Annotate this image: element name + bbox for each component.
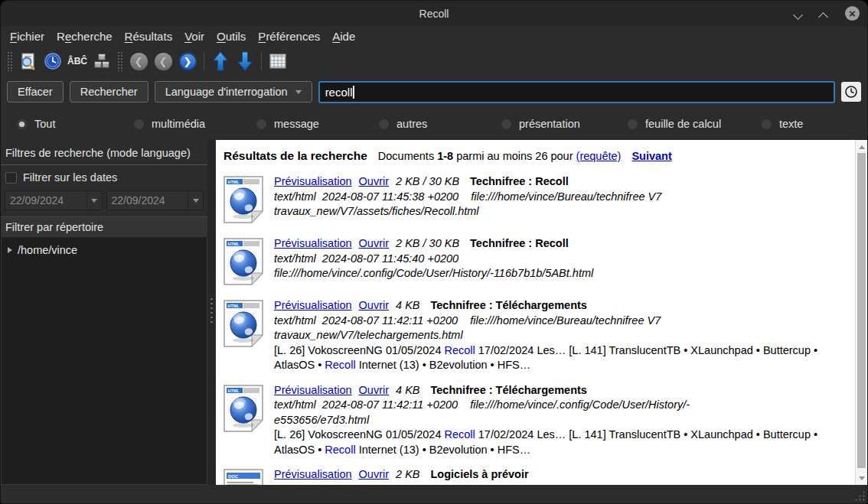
sort-parameters-icon[interactable]: [90, 50, 114, 73]
open-link[interactable]: Ouvrir: [359, 299, 389, 311]
result-meta: file:///home/vince/.config/Code/User/His…: [274, 266, 852, 281]
toolbar-drag-handle[interactable]: [117, 51, 123, 71]
next-page-link[interactable]: Suivant: [631, 150, 671, 162]
clear-button[interactable]: Effacer: [7, 81, 64, 102]
checkbox-icon[interactable]: [5, 172, 17, 184]
result-title: Technifree : Recoll: [470, 237, 569, 249]
result-size: 2 KB: [396, 468, 419, 480]
minimize-icon[interactable]: [795, 9, 803, 18]
preview-link[interactable]: Prévisualisation: [274, 175, 352, 187]
result-meta: e553656/e7d3.html: [274, 413, 852, 428]
menu-aide[interactable]: Aide: [326, 28, 361, 44]
radio-dot: [256, 119, 267, 130]
radio-dot: [16, 119, 28, 130]
table-view-icon[interactable]: [266, 50, 290, 73]
date-filter-checkbox-row[interactable]: Filtrer sur les dates: [1, 165, 207, 188]
radio-dot: [627, 119, 638, 130]
query-link[interactable]: (requête): [576, 150, 622, 162]
result-title: Technifree : Téléchargements: [430, 299, 586, 311]
date-to-dropdown[interactable]: 22/09/2024: [106, 190, 204, 210]
radio-dot: [378, 119, 390, 130]
result-meta: text/html 2024-08-07 11:42:11 +0200 file…: [274, 314, 852, 329]
preview-link[interactable]: Prévisualisation: [274, 237, 352, 249]
radio-1[interactable]: multimédia: [133, 118, 256, 130]
chevron-down-icon: [295, 90, 302, 94]
result-row: PrévisualisationOuvrir2 KBLogiciels à pr…: [224, 467, 852, 485]
scroll-down-icon[interactable]: [233, 50, 257, 73]
result-title: Technifree : Téléchargements: [430, 384, 586, 396]
date-from-dropdown[interactable]: 22/09/2024: [5, 190, 103, 210]
radio-3[interactable]: autres: [378, 118, 501, 130]
menu-outils[interactable]: Outils: [210, 28, 252, 44]
result-snippet: [L. 26] VokoscreenNG 01/05/2024 Recoll 1…: [274, 428, 852, 457]
menu-resultats[interactable]: Résultats: [119, 28, 179, 44]
scrollbar-thumb[interactable]: [857, 153, 866, 468]
search-button[interactable]: Rechercher: [70, 81, 148, 102]
term-explorer-icon[interactable]: ÂBĈ: [65, 50, 90, 73]
menu-preferences[interactable]: Préférences: [252, 28, 326, 44]
results-title: Résultats de la recherche: [224, 149, 367, 162]
preview-link[interactable]: Prévisualisation: [274, 468, 352, 480]
prev-result-page-icon: ❮: [126, 50, 151, 73]
close-icon[interactable]: [845, 6, 860, 21]
radio-5[interactable]: feuille de calcul: [627, 118, 761, 130]
pane-splitter[interactable]: [207, 140, 216, 485]
scrollbar-up-icon[interactable]: [856, 141, 867, 152]
next-result-page-icon[interactable]: ❯: [175, 50, 200, 73]
open-link[interactable]: Ouvrir: [359, 237, 389, 249]
titlebar: Recoll: [1, 1, 867, 26]
preview-link[interactable]: Prévisualisation: [274, 384, 352, 396]
result-meta: text/html 2024-08-07 11:42:11 +0200 file…: [274, 398, 852, 413]
result-meta: text/html 2024-08-07 11:45:40 +0200: [274, 252, 852, 267]
result-meta: travaux_new/V7/assets/fiches/Recoll.html: [274, 204, 852, 219]
scrollbar-down-icon[interactable]: [856, 473, 867, 483]
open-link[interactable]: Ouvrir: [359, 175, 389, 187]
radio-0[interactable]: Tout: [16, 118, 133, 130]
radio-dot: [133, 119, 145, 130]
history-clock-icon[interactable]: [41, 50, 65, 73]
radio-6[interactable]: texte: [761, 118, 867, 130]
tree-item-home-vince[interactable]: /home/vince: [5, 242, 204, 258]
advanced-search-icon[interactable]: [16, 50, 41, 73]
result-size: 4 KB: [396, 384, 419, 396]
splitter-grip-icon: [210, 297, 214, 323]
result-row: PrévisualisationOuvrir2 KB / 30 KBTechni…: [224, 174, 852, 226]
radio-4[interactable]: présentation: [501, 118, 627, 130]
text-caret: [353, 86, 354, 99]
results-scrollbar[interactable]: [855, 140, 867, 485]
scroll-up-icon[interactable]: [208, 50, 233, 73]
filters-sidebar: Filtres de recherche (mode language) Fil…: [1, 140, 207, 485]
toolbar-drag-handle[interactable]: [7, 51, 13, 71]
result-title: Logiciels à prévoir: [430, 468, 528, 480]
search-mode-dropdown[interactable]: Language d'interrogation: [155, 81, 312, 102]
chevron-down-icon: [86, 191, 102, 210]
html-file-icon: [224, 174, 263, 226]
open-link[interactable]: Ouvrir: [359, 384, 389, 396]
html-file-icon: [224, 383, 263, 458]
result-snippet: [L. 26] VokoscreenNG 01/05/2024 Recoll 1…: [274, 343, 852, 373]
search-input[interactable]: recoll: [318, 81, 835, 103]
maximize-icon[interactable]: [820, 9, 828, 18]
result-title: Technifree : Recoll: [470, 175, 569, 187]
menu-voir[interactable]: Voir: [178, 28, 210, 44]
result-size: 2 KB / 30 KB: [396, 237, 459, 249]
tree-expander-icon[interactable]: [8, 247, 12, 253]
window-controls: [795, 1, 860, 26]
menu-recherche[interactable]: Recherche: [51, 28, 119, 44]
menu-fichier[interactable]: Fichier: [4, 28, 51, 44]
result-size: 4 KB: [396, 299, 419, 311]
joplin-note-file-icon: [224, 467, 263, 485]
results-panel: Résultats de la rechercheDocuments 1-8 p…: [216, 140, 867, 485]
open-link[interactable]: Ouvrir: [359, 468, 389, 480]
preview-link[interactable]: Prévisualisation: [274, 299, 352, 311]
resize-grip-icon[interactable]: [854, 490, 865, 501]
menubar: Fichier Recherche Résultats Voir Outils …: [1, 26, 867, 47]
radio-2[interactable]: message: [256, 118, 378, 130]
result-row: PrévisualisationOuvrir4 KBTechnifree : T…: [224, 298, 852, 373]
filters-title: Filtres de recherche (mode language): [1, 140, 207, 165]
statusbar: [1, 485, 867, 503]
query-history-button[interactable]: [841, 82, 861, 102]
results-range: 1-8: [437, 150, 453, 162]
radio-dot: [501, 119, 512, 130]
category-filter-row: Tout multimédia message autres présentat…: [1, 108, 867, 140]
